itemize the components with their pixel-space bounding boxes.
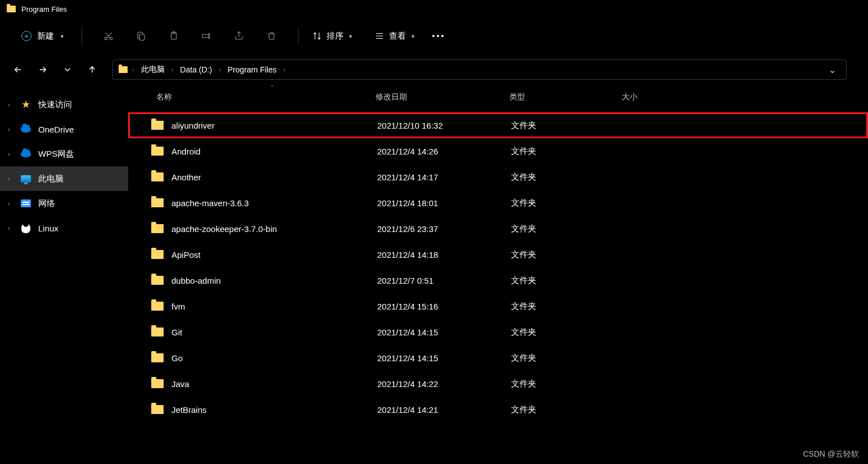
sidebar-item[interactable]: ›网络 <box>0 191 128 216</box>
folder-icon <box>151 121 164 130</box>
breadcrumb-item[interactable]: Data (D:) <box>178 64 214 75</box>
table-row[interactable]: apache-maven-3.6.3 2021/12/4 18:01 文件夹 <box>128 190 868 216</box>
sidebar-item[interactable]: ›此电脑 <box>0 166 128 191</box>
chevron-right-icon: › <box>8 101 13 108</box>
col-size[interactable]: 大小 <box>622 92 712 102</box>
copy-button[interactable] <box>130 25 152 47</box>
file-date: 2021/12/4 14:21 <box>377 405 511 415</box>
recent-button[interactable] <box>57 60 78 80</box>
divider <box>298 27 299 45</box>
file-type: 文件夹 <box>511 275 623 286</box>
file-date: 2021/12/4 14:15 <box>377 327 511 337</box>
folder-icon <box>151 250 164 259</box>
table-row[interactable]: Another 2021/12/4 14:17 文件夹 <box>128 164 868 190</box>
svg-point-1 <box>110 37 112 40</box>
file-type: 文件夹 <box>511 249 623 260</box>
file-date: 2021/12/7 0:51 <box>377 276 511 285</box>
toolbar: 新建 ▾ 排序 ▾ 查看 ▾ <box>0 18 868 54</box>
forward-button[interactable] <box>33 60 53 80</box>
file-date: 2021/12/4 14:22 <box>377 379 511 389</box>
column-headers: ⌃ 名称 修改日期 类型 大小 <box>128 85 868 109</box>
monitor-icon <box>20 173 31 184</box>
breadcrumb-item[interactable]: Program Files <box>225 64 279 75</box>
file-name: apache-zookeeper-3.7.0-bin <box>171 224 277 234</box>
chevron-down-icon: ▾ <box>412 33 414 39</box>
watermark: CSDN @云轻软 <box>803 449 859 460</box>
share-button[interactable] <box>228 25 250 47</box>
chevron-right-icon: › <box>8 175 13 182</box>
file-date: 2021/12/4 18:01 <box>377 198 511 208</box>
folder-icon <box>151 276 164 285</box>
chevron-right-icon: › <box>8 225 13 231</box>
up-button[interactable] <box>82 60 102 80</box>
more-button[interactable] <box>427 29 449 43</box>
table-row[interactable]: aliyundriver 2021/12/10 16:32 文件夹 <box>128 112 868 138</box>
delete-button[interactable] <box>261 25 282 47</box>
col-type[interactable]: 类型 <box>509 92 622 102</box>
sidebar-item-label: 快速访问 <box>38 99 72 110</box>
table-row[interactable]: Go 2021/12/4 14:15 文件夹 <box>128 345 868 371</box>
view-button[interactable]: 查看 ▾ <box>371 25 418 47</box>
chevron-right-icon: › <box>8 126 13 133</box>
svg-point-0 <box>105 37 107 40</box>
chevron-right-icon: › <box>219 66 221 73</box>
table-row[interactable]: ApiPost 2021/12/4 14:18 文件夹 <box>128 242 868 267</box>
chevron-right-icon: › <box>283 66 286 73</box>
paste-button[interactable] <box>163 25 184 47</box>
folder-icon <box>119 66 128 73</box>
chevron-down-icon[interactable]: ⌄ <box>824 62 840 78</box>
sidebar-item-label: OneDrive <box>38 125 74 134</box>
sort-button[interactable]: 排序 ▾ <box>309 25 355 47</box>
chevron-down-icon: ▾ <box>61 33 64 39</box>
file-name: fvm <box>171 302 185 311</box>
tux-icon <box>20 222 31 234</box>
new-button[interactable]: 新建 ▾ <box>13 25 71 47</box>
sidebar-item[interactable]: ›★快速访问 <box>0 92 128 117</box>
table-row[interactable]: fvm 2021/12/4 15:16 文件夹 <box>128 293 868 319</box>
sidebar-item[interactable]: ›OneDrive <box>0 117 128 142</box>
cloud-icon <box>20 148 31 160</box>
table-row[interactable]: JetBrains 2021/12/4 14:21 文件夹 <box>128 397 868 422</box>
rename-button[interactable] <box>196 25 217 47</box>
table-row[interactable]: Java 2021/12/4 14:22 文件夹 <box>128 371 868 397</box>
file-type: 文件夹 <box>511 146 623 157</box>
table-row[interactable]: Android 2021/12/4 14:26 文件夹 <box>128 138 868 164</box>
file-date: 2021/12/4 14:15 <box>377 353 511 363</box>
chevron-down-icon: ▾ <box>349 33 352 39</box>
net-icon <box>20 198 31 209</box>
sidebar-item-label: 此电脑 <box>38 174 64 184</box>
divider <box>82 27 82 45</box>
folder-icon <box>151 327 164 336</box>
window-title: Program Files <box>21 5 67 13</box>
cloud-icon <box>20 124 31 135</box>
col-date[interactable]: 修改日期 <box>376 92 509 102</box>
titlebar: Program Files <box>0 0 868 18</box>
sidebar-item-label: Linux <box>38 224 58 233</box>
sidebar-item[interactable]: ›Linux <box>0 216 128 240</box>
file-date: 2021/12/4 15:16 <box>377 302 511 311</box>
chevron-right-icon: › <box>171 66 174 73</box>
back-button[interactable] <box>8 60 28 80</box>
view-label: 查看 <box>389 31 406 42</box>
folder-icon <box>151 198 164 207</box>
folder-icon <box>151 147 164 156</box>
table-row[interactable]: Git 2021/12/4 14:15 文件夹 <box>128 319 868 345</box>
file-type: 文件夹 <box>511 353 623 363</box>
folder-icon <box>151 353 164 362</box>
file-type: 文件夹 <box>511 379 623 389</box>
col-name[interactable]: 名称 <box>128 92 376 102</box>
chevron-right-icon: › <box>8 151 13 157</box>
sidebar: ›★快速访问›OneDrive›WPS网盘›此电脑›网络›Linux <box>0 85 128 464</box>
file-date: 2021/12/4 14:18 <box>377 250 511 260</box>
sort-label: 排序 <box>327 31 343 42</box>
table-row[interactable]: dubbo-admin 2021/12/7 0:51 文件夹 <box>128 267 868 293</box>
file-date: 2021/12/4 14:26 <box>377 147 511 156</box>
file-date: 2021/12/4 14:17 <box>377 172 511 182</box>
breadcrumb-item[interactable]: 此电脑 <box>139 63 167 76</box>
table-row[interactable]: apache-zookeeper-3.7.0-bin 2021/12/6 23:… <box>128 216 868 242</box>
file-type: 文件夹 <box>511 327 623 338</box>
address-bar[interactable]: › 此电脑 › Data (D:) › Program Files › ⌄ <box>112 60 847 80</box>
cut-button[interactable] <box>98 25 119 47</box>
file-name: Android <box>171 147 201 156</box>
sidebar-item[interactable]: ›WPS网盘 <box>0 142 128 166</box>
